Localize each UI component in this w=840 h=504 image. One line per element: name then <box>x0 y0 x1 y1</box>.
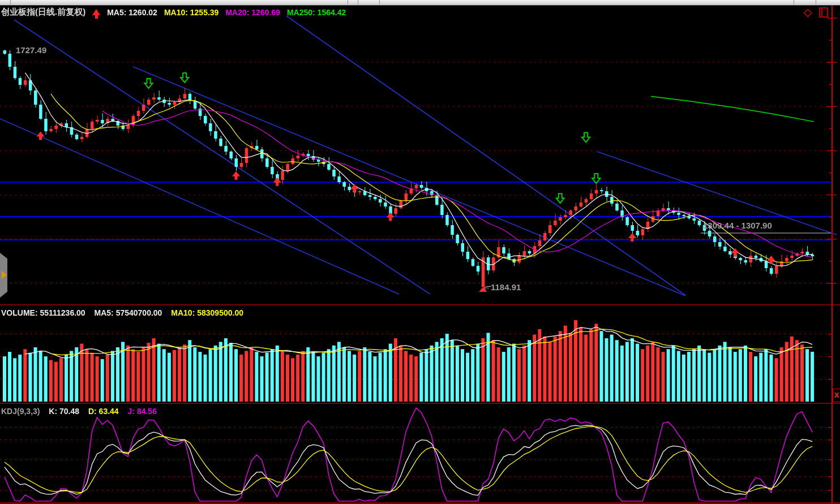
kdj-k-value: K: 70.48 <box>49 407 79 416</box>
chart-window: 创业板指(日线.前复权) MA5: 1260.02 MA10: 1255.39 … <box>0 0 840 504</box>
left-panel-handle[interactable] <box>0 253 7 298</box>
kdj-header: KDJ(9,3,3) K: 70.48 D: 63.44 J: 84.56 <box>1 407 157 416</box>
toolbar-separator <box>10 0 11 5</box>
toolbar-separator <box>816 0 816 5</box>
kdj-j-value: J: 84.56 <box>128 407 157 416</box>
top-toolbar-strip <box>0 0 840 6</box>
volume-header: VOLUME: 55111236.00 MA5: 57540700.00 MA1… <box>1 308 243 317</box>
low-price-label: ←1184.91 <box>482 282 521 292</box>
kdj-name: KDJ(9,3,3) <box>1 407 40 416</box>
main-chart-header: 创业板指(日线.前复权) MA5: 1260.02 MA10: 1255.39 … <box>1 7 353 18</box>
ma250-value: MA250: 1564.42 <box>287 8 346 17</box>
window-restore-icon[interactable] <box>819 7 828 18</box>
toolbar-separator <box>794 0 794 5</box>
ma10-value: MA10: 1255.39 <box>164 8 219 17</box>
kdj-d-value: D: 63.44 <box>88 407 119 416</box>
instrument-title: 创业板指(日线.前复权) <box>1 7 85 18</box>
close-indicator-button[interactable]: X <box>833 389 840 402</box>
toolbar-separator <box>358 0 358 5</box>
gap-range-label: 1309.44 - 1307.90 <box>703 221 772 230</box>
expand-right-icon <box>2 271 7 279</box>
volume-ma5-value: MA5: 57540700.00 <box>95 308 162 317</box>
ma20-value: MA20: 1260.69 <box>225 8 280 17</box>
diamond-icon[interactable]: ◇ <box>804 6 812 19</box>
ma5-value: MA5: 1260.02 <box>107 8 157 17</box>
volume-value: VOLUME: 55111236.00 <box>1 308 85 317</box>
toolbar-separator <box>348 0 348 5</box>
high-price-label: 1727.49 <box>16 45 46 55</box>
volume-ma10-value: MA10: 58309500.00 <box>171 308 243 317</box>
stock-chart-canvas[interactable] <box>0 0 840 504</box>
toolbar-separator <box>379 0 380 5</box>
up-arrow-icon <box>92 9 100 15</box>
